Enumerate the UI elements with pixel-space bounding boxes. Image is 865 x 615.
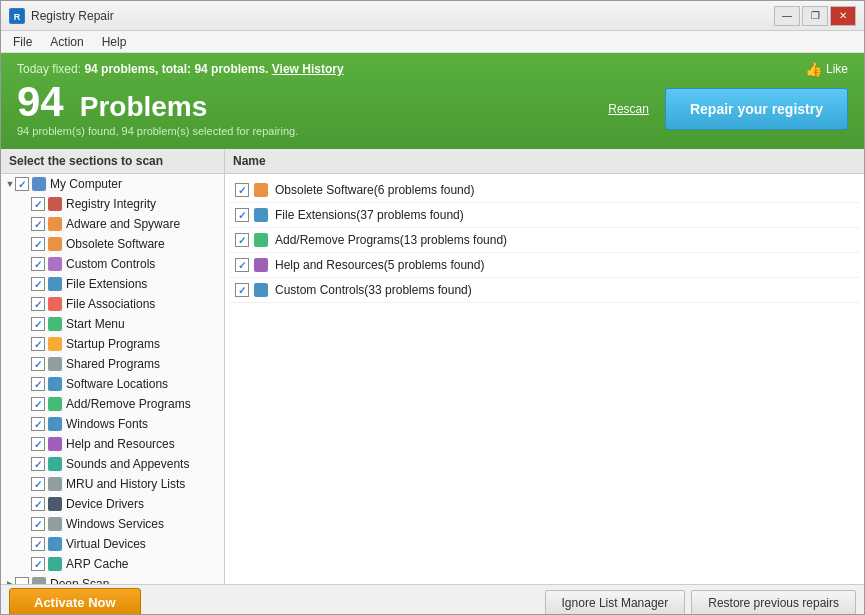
sidebar-item-registry-integrity[interactable]: Registry Integrity (1, 194, 224, 214)
view-history-link[interactable]: View History (272, 62, 344, 76)
svg-rect-19 (48, 517, 62, 531)
activate-button[interactable]: Activate Now (9, 588, 141, 615)
title-bar-left: R Registry Repair (9, 8, 114, 24)
icon-startup-programs (47, 336, 63, 352)
panel-checkbox-add-remove-item[interactable] (235, 233, 249, 247)
checkbox-arp-cache[interactable] (31, 557, 45, 571)
menu-action[interactable]: Action (42, 33, 91, 51)
sidebar-item-software-locations[interactable]: Software Locations (1, 374, 224, 394)
checkbox-obsolete-software[interactable] (31, 237, 45, 251)
like-icon: 👍 (805, 61, 822, 77)
icon-sounds-appevents (47, 456, 63, 472)
sidebar-item-windows-services[interactable]: Windows Services (1, 514, 224, 534)
close-button[interactable]: ✕ (830, 6, 856, 26)
sidebar-item-my-computer[interactable]: ▼My Computer (1, 174, 224, 194)
banner-top-row: Today fixed: 94 problems, total: 94 prob… (17, 61, 848, 77)
checkbox-device-drivers[interactable] (31, 497, 45, 511)
svg-rect-3 (48, 197, 62, 211)
sidebar-item-arp-cache[interactable]: ARP Cache (1, 554, 224, 574)
restore-repairs-button[interactable]: Restore previous repairs (691, 590, 856, 616)
checkbox-virtual-devices[interactable] (31, 537, 45, 551)
svg-rect-13 (48, 397, 62, 411)
checkbox-registry-integrity[interactable] (31, 197, 45, 211)
sidebar-item-custom-controls[interactable]: Custom Controls (1, 254, 224, 274)
icon-software-locations (47, 376, 63, 392)
checkbox-my-computer[interactable] (15, 177, 29, 191)
svg-text:R: R (14, 12, 21, 22)
svg-rect-22 (32, 577, 46, 584)
sidebar-item-deep-scan[interactable]: ▶Deep Scan (1, 574, 224, 584)
sidebar-item-sounds-appevents[interactable]: Sounds and Appevents (1, 454, 224, 474)
label-file-associations: File Associations (66, 297, 155, 311)
checkbox-mru-history[interactable] (31, 477, 45, 491)
label-my-computer: My Computer (50, 177, 122, 191)
label-start-menu: Start Menu (66, 317, 125, 331)
checkbox-adware-spyware[interactable] (31, 217, 45, 231)
rescan-link[interactable]: Rescan (608, 102, 649, 116)
icon-start-menu (47, 316, 63, 332)
panel-checkbox-file-extensions-item[interactable] (235, 208, 249, 222)
panel-checkbox-help-resources-item[interactable] (235, 258, 249, 272)
sidebar-item-file-associations[interactable]: File Associations (1, 294, 224, 314)
problems-label: Problems (80, 93, 208, 121)
sidebar-item-obsolete-software[interactable]: Obsolete Software (1, 234, 224, 254)
sidebar-item-virtual-devices[interactable]: Virtual Devices (1, 534, 224, 554)
menu-file[interactable]: File (5, 33, 40, 51)
panel-icon-help-resources-item (253, 257, 269, 273)
checkbox-windows-fonts[interactable] (31, 417, 45, 431)
sidebar-item-start-menu[interactable]: Start Menu (1, 314, 224, 334)
sidebar-tree[interactable]: ▼My ComputerRegistry IntegrityAdware and… (1, 174, 224, 584)
icon-adware-spyware (47, 216, 63, 232)
panel-checkbox-custom-controls-item[interactable] (235, 283, 249, 297)
svg-rect-27 (254, 258, 268, 272)
sidebar-item-add-remove-programs[interactable]: Add/Remove Programs (1, 394, 224, 414)
svg-rect-5 (48, 237, 62, 251)
sidebar-item-mru-history[interactable]: MRU and History Lists (1, 474, 224, 494)
checkbox-windows-services[interactable] (31, 517, 45, 531)
icon-windows-fonts (47, 416, 63, 432)
title-bar: R Registry Repair — ❐ ✕ (1, 1, 864, 31)
panel-list[interactable]: Obsolete Software(6 problems found)File … (225, 174, 864, 584)
ignore-list-button[interactable]: Ignore List Manager (545, 590, 686, 616)
checkbox-custom-controls[interactable] (31, 257, 45, 271)
checkbox-software-locations[interactable] (31, 377, 45, 391)
label-add-remove-programs: Add/Remove Programs (66, 397, 191, 411)
panel-item-custom-controls-item[interactable]: Custom Controls(33 problems found) (229, 278, 860, 303)
menu-bar: File Action Help (1, 31, 864, 53)
svg-rect-25 (254, 208, 268, 222)
panel-checkbox-obsolete-software-item[interactable] (235, 183, 249, 197)
sidebar-item-adware-spyware[interactable]: Adware and Spyware (1, 214, 224, 234)
label-device-drivers: Device Drivers (66, 497, 144, 511)
sidebar-item-file-extensions[interactable]: File Extensions (1, 274, 224, 294)
checkbox-add-remove-programs[interactable] (31, 397, 45, 411)
panel-item-obsolete-software-item[interactable]: Obsolete Software(6 problems found) (229, 178, 860, 203)
checkbox-help-resources[interactable] (31, 437, 45, 451)
window-controls: — ❐ ✕ (774, 6, 856, 26)
label-help-resources: Help and Resources (66, 437, 175, 451)
checkbox-startup-programs[interactable] (31, 337, 45, 351)
icon-help-resources (47, 436, 63, 452)
checkbox-deep-scan[interactable] (15, 577, 29, 584)
checkbox-file-associations[interactable] (31, 297, 45, 311)
label-obsolete-software: Obsolete Software (66, 237, 165, 251)
sidebar-item-startup-programs[interactable]: Startup Programs (1, 334, 224, 354)
checkbox-sounds-appevents[interactable] (31, 457, 45, 471)
checkbox-file-extensions[interactable] (31, 277, 45, 291)
panel-item-file-extensions-item[interactable]: File Extensions(37 problems found) (229, 203, 860, 228)
menu-help[interactable]: Help (94, 33, 135, 51)
restore-button[interactable]: ❐ (802, 6, 828, 26)
sidebar-item-windows-fonts[interactable]: Windows Fonts (1, 414, 224, 434)
checkbox-shared-programs[interactable] (31, 357, 45, 371)
like-button[interactable]: 👍 Like (805, 61, 848, 77)
minimize-button[interactable]: — (774, 6, 800, 26)
repair-button[interactable]: Repair your registry (665, 88, 848, 130)
svg-rect-24 (254, 183, 268, 197)
sidebar-item-shared-programs[interactable]: Shared Programs (1, 354, 224, 374)
svg-rect-20 (48, 537, 62, 551)
panel-item-add-remove-item[interactable]: Add/Remove Programs(13 problems found) (229, 228, 860, 253)
checkbox-start-menu[interactable] (31, 317, 45, 331)
sidebar-item-device-drivers[interactable]: Device Drivers (1, 494, 224, 514)
sidebar-item-help-resources[interactable]: Help and Resources (1, 434, 224, 454)
svg-rect-7 (48, 277, 62, 291)
panel-item-help-resources-item[interactable]: Help and Resources(5 problems found) (229, 253, 860, 278)
